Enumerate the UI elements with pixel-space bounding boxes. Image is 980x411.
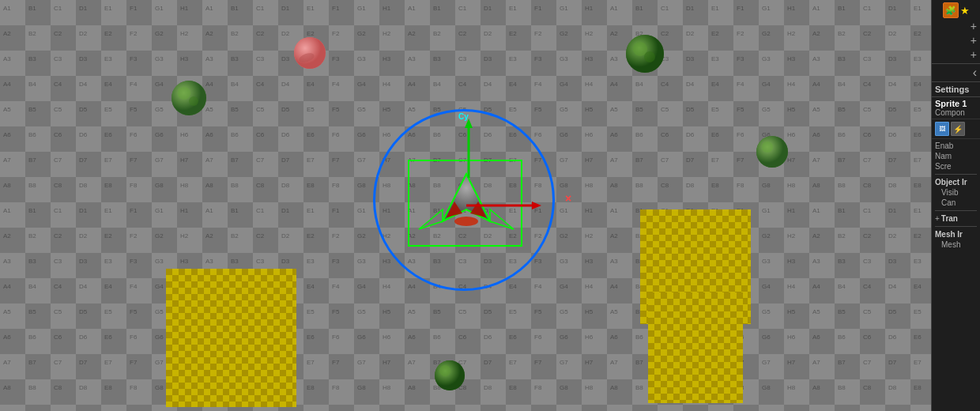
component-sublabel: Compon xyxy=(935,108,977,117)
svg-point-6 xyxy=(189,96,198,106)
svg-point-4 xyxy=(172,81,206,115)
can-row: Can xyxy=(935,198,977,208)
planet-green-3[interactable] xyxy=(755,134,790,169)
mesh-info-row: Mesh Ir xyxy=(935,229,977,239)
expand-transform[interactable]: + xyxy=(935,214,940,223)
object-info-label: Object Ir xyxy=(935,178,977,187)
section-divider-1 xyxy=(935,174,977,175)
svg-point-13 xyxy=(762,141,773,153)
yellow-tile-3 xyxy=(648,292,743,403)
properties-list: Enab Nam Scre Object Ir Visib Can + Tran… xyxy=(932,139,980,411)
planet-green-2[interactable] xyxy=(624,33,665,74)
svg-point-1 xyxy=(294,37,326,69)
component-icon-active[interactable]: 🖼 xyxy=(935,122,949,136)
mesh-row: Mesh xyxy=(935,239,977,250)
settings-label: Settings xyxy=(935,85,977,94)
icon-row-4: + xyxy=(933,48,978,61)
svg-point-5 xyxy=(178,87,190,100)
object-info-row: Object Ir xyxy=(935,177,977,187)
puzzle-icon-btn[interactable]: 🧩 xyxy=(943,2,959,18)
svg-point-16 xyxy=(439,365,450,376)
enable-row: Enab xyxy=(935,141,977,151)
svg-point-15 xyxy=(435,360,465,390)
spaceship-selected[interactable]: × Cy xyxy=(411,158,522,253)
name-row: Nam xyxy=(935,151,977,161)
section-divider-3 xyxy=(935,226,977,227)
icon-row-1: 🧩 ★ xyxy=(943,2,970,18)
mesh-info-label: Mesh Ir xyxy=(935,230,977,239)
enable-label: Enab xyxy=(935,141,977,150)
transform-label: Tran xyxy=(941,214,977,223)
visible-row: Visib xyxy=(935,187,977,198)
visible-label: Visib xyxy=(941,188,977,197)
settings-section: Settings xyxy=(932,82,980,97)
svg-point-21 xyxy=(454,217,478,226)
sprite-header: Sprite 1 Compon xyxy=(932,97,980,119)
add-icon-2[interactable]: + xyxy=(971,34,977,47)
can-label: Can xyxy=(941,198,977,207)
section-divider-2 xyxy=(935,210,977,211)
screen-row: Scre xyxy=(935,161,977,172)
add-icon-3[interactable]: + xyxy=(971,48,977,61)
screen-label: Scre xyxy=(935,162,977,171)
yellow-tile-1 xyxy=(166,269,296,407)
planet-green-4[interactable] xyxy=(433,359,466,392)
panel-top-icons: 🧩 ★ + + + xyxy=(932,0,980,64)
name-label: Nam xyxy=(935,152,977,160)
sprite-title: Sprite 1 xyxy=(935,99,977,108)
right-panel: 🧩 ★ + + + ‹ Settings Sprite 1 Compon 🖼 ⚡ xyxy=(931,0,980,411)
svg-point-10 xyxy=(644,51,655,62)
transform-row: + Tran xyxy=(935,213,977,224)
component-icons-row: 🖼 ⚡ xyxy=(932,119,980,139)
lightning-icon-btn[interactable]: ⚡ xyxy=(951,122,965,136)
add-icon-1[interactable]: + xyxy=(971,20,977,32)
icon-row-2: + xyxy=(933,20,978,32)
planet-green-1[interactable] xyxy=(170,79,208,117)
game-canvas-area[interactable]: × Cy xyxy=(0,0,931,411)
mesh-label: Mesh xyxy=(941,240,977,249)
svg-point-12 xyxy=(756,136,788,168)
icon-row-3: + xyxy=(933,34,978,47)
planet-pink[interactable] xyxy=(292,36,328,71)
star-icon-1[interactable]: ★ xyxy=(960,5,970,17)
collapse-panel-btn[interactable]: ‹ xyxy=(932,64,980,82)
